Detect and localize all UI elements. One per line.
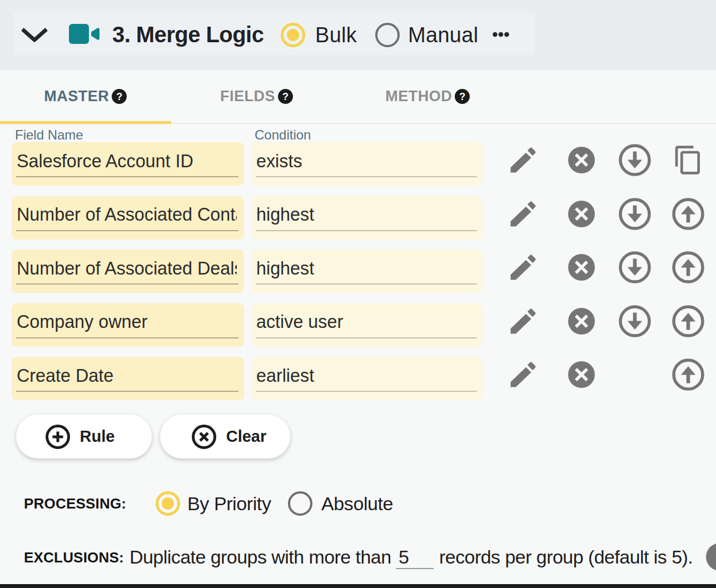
move-down-button[interactable]: [618, 143, 652, 177]
move-up-button[interactable]: [672, 251, 705, 284]
field-name-input[interactable]: Create Date: [12, 357, 244, 400]
videocam-icon: [69, 24, 100, 44]
bottom-divider: [0, 584, 716, 588]
tab-fields[interactable]: FIELDS ?: [171, 70, 342, 123]
field-name-value: Number of Associated Contacts: [17, 203, 237, 225]
condition-value: active user: [256, 311, 343, 332]
radio-manual[interactable]: [375, 23, 400, 47]
edit-button[interactable]: [506, 143, 540, 177]
remove-icon: [568, 201, 595, 227]
move-down-icon: [619, 198, 651, 230]
section-header: 3. Merge Logic Bulk Manual: [0, 0, 716, 70]
condition-value: highest: [256, 203, 314, 225]
condition-input[interactable]: highest: [251, 250, 483, 293]
radio-bulk-label[interactable]: Bulk: [315, 23, 357, 47]
edit-button[interactable]: [506, 197, 540, 231]
field-name-input[interactable]: Salesforce Account ID: [12, 142, 244, 186]
field-name-input[interactable]: Number of Associated Contacts: [12, 196, 244, 240]
field-name-value: Number of Associated Deals: [17, 257, 237, 279]
move-up-button[interactable]: [672, 358, 705, 391]
rule-row: Create Date earliest: [0, 357, 716, 400]
clear-rules-button-label: Clear: [226, 427, 267, 446]
help-icon[interactable]: ?: [278, 89, 293, 104]
add-rule-button[interactable]: Rule: [16, 415, 152, 459]
edit-button[interactable]: [506, 358, 540, 391]
add-circle-icon: [46, 425, 70, 449]
tab-master[interactable]: MASTER ?: [0, 70, 171, 123]
rule-row: Company owner active user: [0, 303, 716, 347]
rule-row: Salesforce Account ID exists: [0, 142, 716, 186]
move-down-button[interactable]: [618, 305, 652, 338]
remove-button[interactable]: [565, 197, 598, 231]
condition-input[interactable]: earliest: [251, 357, 483, 400]
field-name-input[interactable]: Number of Associated Deals: [12, 250, 244, 293]
radio-manual-label[interactable]: Manual: [408, 23, 478, 47]
field-name-input[interactable]: Company owner: [12, 303, 244, 347]
move-up-icon: [672, 251, 704, 283]
remove-button[interactable]: [565, 251, 598, 284]
processing-label: PROCESSING:: [24, 495, 126, 512]
condition-value: highest: [256, 257, 314, 279]
tab-method-label: METHOD: [385, 88, 452, 105]
help-icon[interactable]: [706, 543, 716, 571]
remove-icon: [568, 254, 595, 281]
section-title: 3. Merge Logic: [112, 21, 263, 48]
move-up-button[interactable]: [672, 305, 705, 338]
exclusions-count-input[interactable]: 5: [396, 546, 434, 569]
x-circle-icon: [192, 425, 216, 449]
exclusions-text-after: records per group (default is 5).: [439, 546, 693, 568]
radio-bulk[interactable]: [281, 23, 305, 47]
tab-fields-label: FIELDS: [220, 88, 275, 105]
move-down-icon: [619, 144, 651, 176]
remove-button[interactable]: [565, 358, 598, 391]
radio-absolute-label[interactable]: Absolute: [321, 492, 393, 515]
help-icon[interactable]: ?: [112, 89, 127, 104]
condition-input[interactable]: active user: [251, 303, 483, 347]
edit-icon: [506, 197, 540, 231]
add-rule-button-label: Rule: [80, 427, 115, 446]
chevron-down-icon[interactable]: [19, 19, 50, 51]
move-up-button[interactable]: [672, 197, 705, 231]
help-icon[interactable]: ?: [455, 89, 470, 104]
remove-icon: [568, 361, 595, 388]
tab-method[interactable]: METHOD ?: [342, 70, 513, 123]
remove-button[interactable]: [565, 143, 598, 177]
move-down-icon: [619, 305, 651, 337]
copy-icon: [673, 144, 704, 176]
rule-row: Number of Associated Deals highest: [0, 250, 716, 293]
condition-value: earliest: [256, 365, 314, 386]
radio-by-priority[interactable]: [156, 491, 180, 516]
condition-input[interactable]: highest: [251, 196, 483, 240]
move-up-icon: [672, 358, 704, 391]
column-header-field-name: Field Name: [15, 127, 83, 143]
edit-icon: [506, 251, 540, 284]
move-down-button[interactable]: [618, 251, 652, 284]
condition-value: exists: [256, 150, 302, 172]
edit-button[interactable]: [506, 305, 540, 338]
move-down-button[interactable]: [618, 197, 652, 231]
tab-master-label: MASTER: [44, 88, 109, 105]
remove-icon: [568, 308, 595, 335]
edit-icon: [506, 358, 540, 391]
field-name-value: Create Date: [17, 365, 113, 386]
move-down-icon: [619, 251, 651, 283]
rule-row: Number of Associated Contacts highest: [0, 196, 716, 240]
remove-button[interactable]: [565, 305, 598, 338]
field-name-value: Salesforce Account ID: [17, 150, 193, 172]
edit-button[interactable]: [506, 251, 540, 284]
exclusions-label: EXCLUSIONS:: [24, 549, 124, 566]
column-header-condition: Condition: [255, 127, 311, 143]
move-up-icon: [672, 198, 704, 230]
edit-icon: [506, 305, 540, 338]
move-up-icon: [672, 305, 704, 337]
radio-absolute[interactable]: [288, 491, 312, 516]
clear-rules-button[interactable]: Clear: [160, 415, 290, 459]
exclusions-text-before: Duplicate groups with more than: [130, 546, 391, 568]
edit-icon: [506, 143, 540, 177]
more-options-icon[interactable]: [493, 32, 509, 37]
field-name-value: Company owner: [17, 311, 147, 332]
condition-input[interactable]: exists: [251, 142, 483, 186]
copy-button[interactable]: [672, 143, 705, 177]
remove-icon: [568, 147, 595, 173]
radio-by-priority-label[interactable]: By Priority: [187, 492, 271, 515]
